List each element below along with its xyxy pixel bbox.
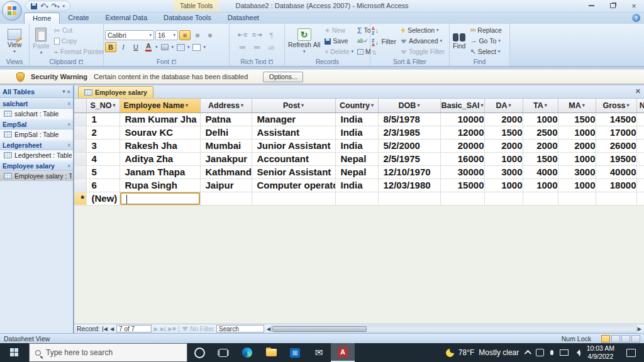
column-dropdown-icon[interactable]: ▾: [582, 102, 585, 108]
security-options-button[interactable]: Options...: [263, 72, 303, 82]
cell[interactable]: 2000: [523, 139, 558, 152]
column-header-da[interactable]: DA▾: [484, 99, 523, 112]
active-cell[interactable]: [119, 192, 200, 205]
toggle-filter-button[interactable]: Toggle Filter: [399, 48, 446, 56]
row-selector[interactable]: [74, 152, 86, 165]
cell[interactable]: 2000: [484, 139, 523, 152]
cell[interactable]: 1000: [484, 178, 523, 192]
cell[interactable]: 4000: [523, 165, 558, 178]
refresh-all-button[interactable]: ↻ Refresh All ▾: [286, 25, 322, 57]
column-dropdown-icon[interactable]: ▾: [186, 102, 188, 108]
column-dropdown-icon[interactable]: ▾: [301, 102, 304, 108]
cell[interactable]: 1000: [558, 178, 596, 192]
cell[interactable]: Jaipur: [200, 178, 252, 192]
selection-button[interactable]: Selection▾: [399, 26, 446, 35]
cell[interactable]: 26000: [596, 139, 636, 152]
horizontal-scrollbar[interactable]: ◀ ▶: [267, 325, 641, 332]
chevron-down-icon[interactable]: ▾: [62, 89, 65, 94]
cell[interactable]: 30000: [440, 165, 484, 178]
store-icon[interactable]: [283, 343, 307, 362]
first-record-icon[interactable]: ◀: [103, 326, 108, 332]
cell[interactable]: Ram Kumar Jha: [119, 112, 200, 126]
document-close-icon[interactable]: ✕: [635, 87, 641, 96]
design-view-button[interactable]: [631, 335, 640, 343]
text-highlight-button[interactable]: ab: [266, 43, 277, 53]
restore-icon[interactable]: [606, 2, 619, 10]
cell[interactable]: Patna: [200, 112, 252, 126]
cell[interactable]: 1000: [523, 178, 558, 192]
cell[interactable]: 2000: [558, 139, 596, 152]
cortana-icon[interactable]: [187, 343, 211, 362]
document-tab-employee-salary[interactable]: Employee salary: [78, 86, 153, 98]
column-header-ma[interactable]: MA▾: [558, 99, 596, 112]
nav-item-salchart-table[interactable]: salchart : Table: [0, 109, 73, 119]
cell[interactable]: [636, 139, 644, 152]
nav-pane-header[interactable]: All Tables ▾ «: [0, 85, 73, 98]
column-dropdown-icon[interactable]: ▾: [545, 102, 547, 108]
sort-descending-button[interactable]: ZA↓: [372, 38, 379, 48]
cell[interactable]: Computer operator: [252, 178, 335, 192]
ribbon-tab-external-data[interactable]: External Data: [97, 13, 155, 24]
italic-button[interactable]: I: [118, 42, 129, 52]
action-center-icon[interactable]: [620, 349, 641, 357]
cell[interactable]: 2500: [523, 126, 558, 139]
next-record-icon[interactable]: ▶: [154, 326, 158, 332]
increase-indent-button[interactable]: ≡⇥: [252, 30, 263, 40]
nav-item-empsal-table[interactable]: EmpSal : Table: [0, 129, 73, 140]
cell[interactable]: Rakesh Jha: [119, 139, 200, 152]
new-row-selector[interactable]: *: [74, 192, 86, 205]
cell[interactable]: [440, 192, 484, 205]
column-header-s-no[interactable]: S_NO▾: [86, 99, 119, 112]
cell[interactable]: 2: [86, 126, 119, 139]
goto-button[interactable]: →Go To▾: [469, 36, 502, 45]
cell[interactable]: 15000: [440, 178, 484, 192]
cell[interactable]: Janam Thapa: [119, 165, 200, 178]
align-right-button[interactable]: ≡: [204, 30, 216, 40]
column-dropdown-icon[interactable]: ▾: [627, 102, 630, 108]
cell[interactable]: [200, 192, 252, 205]
office-button[interactable]: [2, 1, 22, 21]
scroll-left-icon[interactable]: ◀: [267, 326, 270, 332]
cell[interactable]: 5: [86, 165, 119, 178]
file-explorer-icon[interactable]: [259, 343, 283, 362]
cell[interactable]: 19500: [596, 152, 636, 165]
nav-item-employee-salary-t[interactable]: Employee salary : T...: [0, 171, 73, 181]
save-record-button[interactable]: Save: [323, 37, 355, 45]
cell[interactable]: [558, 192, 596, 205]
row-selector[interactable]: [74, 178, 86, 192]
format-painter-button[interactable]: ⌁Format Painter: [53, 48, 106, 56]
cell[interactable]: Senior Assistant: [252, 165, 335, 178]
column-dropdown-icon[interactable]: ▾: [417, 102, 419, 108]
advanced-filter-button[interactable]: Advanced▾: [399, 37, 446, 45]
cell[interactable]: 12/10/1970: [378, 165, 440, 178]
pivotchart-view-button[interactable]: [621, 335, 630, 343]
cell[interactable]: Assistant: [252, 126, 335, 139]
view-button[interactable]: View ▾: [6, 25, 24, 57]
cell[interactable]: 1500: [558, 112, 596, 126]
replace-button[interactable]: abReplace: [469, 26, 502, 35]
collapse-chevron-icon[interactable]: «: [65, 102, 72, 105]
font-name-combobox[interactable]: Calibri▾: [105, 30, 154, 40]
chevron-up-icon[interactable]: [525, 350, 530, 355]
edge-icon[interactable]: [235, 343, 259, 362]
cell[interactable]: 12000: [440, 126, 484, 139]
cell[interactable]: India: [335, 139, 378, 152]
ribbon-tab-datasheet[interactable]: Datasheet: [219, 13, 267, 24]
find-button[interactable]: Find: [451, 25, 467, 57]
cell[interactable]: 1000: [558, 126, 596, 139]
align-center-button[interactable]: ≡: [192, 30, 203, 40]
row-selector[interactable]: [74, 165, 86, 178]
alternate-fill-button[interactable]: [191, 42, 203, 52]
cell[interactable]: [596, 192, 636, 205]
cell[interactable]: 1000: [484, 152, 523, 165]
column-header-ta[interactable]: TA▾: [523, 99, 558, 112]
cell[interactable]: Manager: [252, 112, 335, 126]
bold-button[interactable]: B: [105, 42, 116, 52]
taskbar-weather[interactable]: 78°F Mostly clear: [446, 348, 519, 357]
new-record-button[interactable]: ✳New: [323, 26, 355, 35]
column-header-country[interactable]: Country▾: [335, 99, 378, 112]
cell[interactable]: India: [335, 126, 378, 139]
cell[interactable]: India: [335, 112, 378, 126]
cell[interactable]: Delhi: [200, 126, 252, 139]
font-dialog-launcher-icon[interactable]: [172, 60, 176, 64]
